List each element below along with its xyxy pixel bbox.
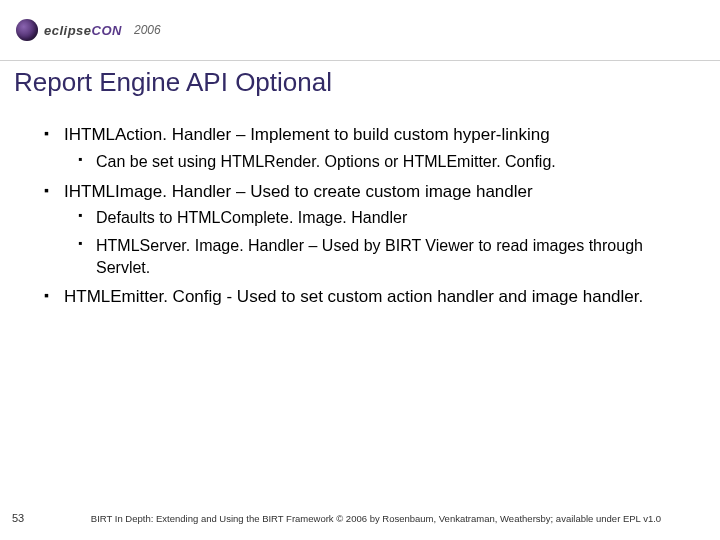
bullet-text: Can be set using HTMLRender. Options or … (96, 153, 556, 170)
bullet-text: IHTMLImage. Handler – Used to create cus… (64, 182, 533, 201)
conference-year: 2006 (134, 23, 161, 37)
slide-header: eclipseCON 2006 (0, 0, 720, 60)
bullet-text: IHTMLAction. Handler – Implement to buil… (64, 125, 550, 144)
slide-footer: 53 BIRT In Depth: Extending and Using th… (0, 512, 720, 524)
logo-suffix: CON (92, 23, 122, 38)
page-number: 53 (0, 512, 72, 524)
list-item: Defaults to HTMLComplete. Image. Handler (96, 207, 680, 229)
slide-title: Report Engine API Optional (14, 67, 720, 98)
sub-list: Defaults to HTMLComplete. Image. Handler… (64, 207, 680, 278)
list-item: IHTMLImage. Handler – Used to create cus… (64, 181, 680, 279)
list-item: Can be set using HTMLRender. Options or … (96, 151, 680, 173)
list-item: HTMLEmitter. Config - Used to set custom… (64, 286, 680, 309)
bullet-list: IHTMLAction. Handler – Implement to buil… (0, 124, 720, 309)
header-divider (0, 60, 720, 61)
bullet-text: HTMLEmitter. Config - Used to set custom… (64, 287, 643, 306)
eclipse-icon (16, 19, 38, 41)
logo-group: eclipseCON 2006 (16, 19, 161, 41)
bullet-text: Defaults to HTMLComplete. Image. Handler (96, 209, 407, 226)
footer-text: BIRT In Depth: Extending and Using the B… (72, 513, 720, 524)
sub-list: Can be set using HTMLRender. Options or … (64, 151, 680, 173)
bullet-text: HTMLServer. Image. Handler – Used by BIR… (96, 237, 643, 276)
list-item: HTMLServer. Image. Handler – Used by BIR… (96, 235, 680, 278)
logo-text: eclipseCON (44, 23, 122, 38)
list-item: IHTMLAction. Handler – Implement to buil… (64, 124, 680, 173)
logo-prefix: eclipse (44, 23, 92, 38)
